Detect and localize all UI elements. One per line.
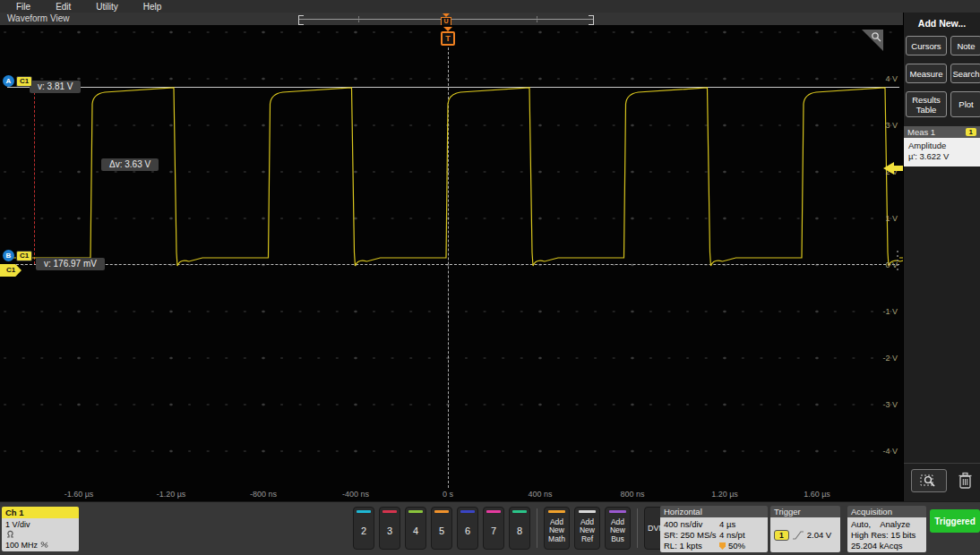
horizontal-badge[interactable]: Horizontal 400 ns/div4 µs SR: 250 MS/s4 …	[660, 506, 768, 552]
rising-slope-icon	[793, 531, 804, 540]
x-axis-label: 400 ns	[513, 490, 567, 499]
bandwidth-icon	[40, 542, 48, 548]
settings-bar: Ch 1 1 V/div 100 MHz 2 3 4	[0, 501, 980, 555]
menu-bar: File Edit Utility Help	[0, 0, 980, 13]
channel5-button[interactable]: 5	[431, 507, 452, 550]
cursors-button[interactable]: Cursors	[906, 36, 947, 56]
acquisition-badge[interactable]: Acquisition Auto, Analyze High Res: 15 b…	[847, 506, 926, 552]
y-axis-label: 1 V	[871, 214, 898, 223]
channel-button-group: 2 3 4 5 6 7 8 Add New Math Add New Ref A…	[353, 507, 699, 550]
measurement-name: Amplitude	[908, 141, 976, 151]
y-axis-label: 4 V	[871, 74, 898, 83]
y-axis-label: 3 V	[871, 121, 898, 130]
measurement-title: Meas 1	[907, 127, 935, 137]
x-axis-label: -800 ns	[236, 490, 290, 499]
add-new-buttons: Cursors Note Measure Search Results Tabl…	[904, 36, 980, 117]
acquisition-resolution: High Res: 15 bits	[851, 530, 923, 541]
divider	[637, 508, 638, 548]
menu-item-help[interactable]: Help	[143, 2, 162, 12]
add-new-bus-button[interactable]: Add New Bus	[605, 507, 631, 550]
cursor-a-badge[interactable]: A C1	[3, 75, 32, 87]
trigger-position-icon	[719, 542, 726, 550]
oscilloscope-app: File Edit Utility Help Waveform View U	[0, 0, 980, 555]
menu-item-file[interactable]: File	[16, 2, 30, 12]
cursor-a-readout[interactable]: v: 3.81 V	[30, 81, 81, 93]
note-button[interactable]: Note	[950, 36, 980, 56]
zoom-box-icon	[920, 474, 938, 488]
zoom-mode-button[interactable]	[911, 469, 947, 492]
x-axis-label: 0 s	[421, 490, 475, 499]
channel1-label: Ch 1	[2, 507, 79, 518]
cursor-b-badge[interactable]: B C1	[3, 250, 32, 261]
channel4-button[interactable]: 4	[405, 507, 426, 550]
trash-icon[interactable]	[958, 472, 973, 490]
coupling-icon	[5, 530, 75, 541]
trigger-source-badge: 1	[774, 530, 789, 541]
channel1-scale: 1 V/div	[5, 520, 75, 530]
channel6-button[interactable]: 6	[457, 507, 478, 550]
trigger-title: Trigger	[770, 506, 840, 517]
waveform-view-bar: Waveform View U	[0, 13, 903, 25]
overview-right-bracket[interactable]	[589, 15, 594, 25]
y-axis-label: -1 V	[871, 307, 898, 316]
overview-left-bracket[interactable]	[298, 15, 304, 25]
channel1-bandwidth: 100 MHz	[5, 541, 75, 551]
channel2-button[interactable]: 2	[353, 507, 374, 550]
channel7-button[interactable]: 7	[483, 507, 504, 550]
y-axis-label: -3 V	[871, 400, 898, 409]
trigger-status-badge: Triggered	[930, 509, 980, 533]
add-new-ref-button[interactable]: Add New Ref	[574, 507, 600, 550]
x-axis-label: 1.20 µs	[698, 490, 752, 499]
drag-handle-icon[interactable]	[897, 251, 898, 270]
y-axis-label: -4 V	[871, 447, 898, 456]
x-axis-label: 1.60 µs	[790, 490, 844, 499]
add-new-title: Add New...	[904, 18, 980, 29]
acquisition-title: Acquisition	[847, 506, 926, 517]
y-axis-label: 0 V	[871, 260, 898, 269]
overview-tick	[358, 16, 359, 22]
cursor-b-readout[interactable]: v: 176.97 mV	[36, 258, 105, 270]
menu-item-edit[interactable]: Edit	[56, 2, 71, 12]
divider	[537, 508, 537, 548]
sidebar-footer	[904, 463, 980, 501]
cursor-delta-readout: Δv: 3.63 V	[101, 158, 159, 171]
trigger-position-marker-top[interactable]: U	[441, 13, 451, 26]
trigger-level-arrow-icon[interactable]	[865, 158, 903, 178]
waveform-display[interactable]: 4 V 3 V 2 V 1 V 0 V -1 V -2 V -3 V -4 V …	[0, 25, 903, 501]
results-table-button[interactable]: Results Table	[906, 91, 947, 117]
measurement-source-badge: 1	[966, 128, 976, 136]
trigger-position-marker[interactable]: T	[441, 27, 455, 46]
channel1-badge[interactable]: Ch 1 1 V/div 100 MHz	[2, 507, 79, 551]
results-sidebar: Add New... Cursors Note Measure Search R…	[903, 13, 980, 501]
measurement-value: µ': 3.622 V	[908, 151, 976, 162]
zoom-corner-icon[interactable]	[862, 30, 883, 51]
x-axis-label: -1.20 µs	[144, 490, 198, 499]
x-axis-label: -400 ns	[329, 490, 383, 499]
measurement-badge[interactable]: Meas 1 1 Amplitude µ': 3.622 V	[904, 126, 980, 166]
trigger-level-value: 2.04 V	[807, 530, 831, 541]
acquisition-count: 25.204 kAcqs	[851, 541, 923, 551]
channel8-button[interactable]: 8	[509, 507, 530, 550]
channel1-trace	[0, 25, 903, 488]
channel3-button[interactable]: 3	[379, 507, 400, 550]
trigger-badge[interactable]: Trigger 1 2.04 V	[770, 506, 840, 552]
acquisition-mode: Auto, Analyze	[851, 519, 923, 530]
menu-item-utility[interactable]: Utility	[96, 2, 117, 12]
x-axis-label: -1.60 µs	[52, 490, 106, 499]
y-axis-label: -2 V	[871, 354, 898, 363]
overview-tick	[537, 16, 537, 22]
x-axis-label: 800 ns	[606, 490, 659, 499]
plot-button[interactable]: Plot	[950, 91, 980, 117]
search-button[interactable]: Search	[950, 64, 980, 83]
waveform-view-title: Waveform View	[7, 13, 69, 23]
zoom-overview-bar[interactable]: U	[298, 13, 594, 24]
measure-button[interactable]: Measure	[906, 64, 947, 83]
horizontal-title: Horizontal	[660, 506, 768, 517]
add-new-math-button[interactable]: Add New Math	[544, 507, 570, 550]
